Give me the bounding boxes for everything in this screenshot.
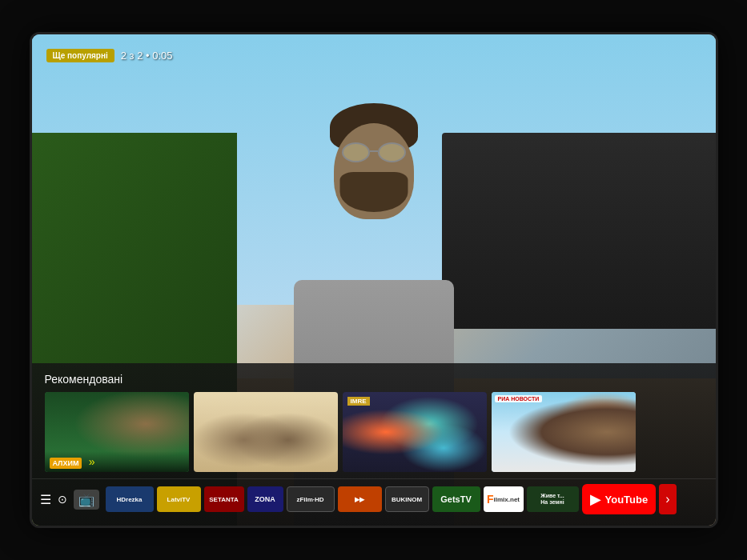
thumbnail-imre[interactable]: IMRE [343, 392, 487, 472]
thumbnail-news[interactable]: РИА НОВОСТИ [492, 392, 636, 472]
scroll-right-arrow[interactable]: › [659, 484, 676, 514]
youtube-label: YouTube [605, 494, 649, 506]
person-beard [339, 172, 408, 212]
tv-frame: Ще популярні 2 з 2 • 0:05 Рекомендовані … [30, 32, 718, 528]
recommended-section: Рекомендовані АЛХИМ » [32, 373, 716, 478]
person-glasses [338, 142, 410, 162]
thumbnail-news-bg: РИА НОВОСТИ [492, 392, 636, 472]
video-area: Ще популярні 2 з 2 • 0:05 Рекомендовані … [32, 34, 716, 526]
search-icon[interactable]: ⊙ [58, 493, 67, 506]
app-getstv[interactable]: GetsTV [432, 486, 480, 512]
app-hdrezka[interactable]: HDrezka [106, 486, 154, 512]
video-badge-label: Ще популярні [46, 49, 114, 62]
car-roof [442, 133, 716, 330]
menu-icon[interactable]: ☰ [40, 492, 51, 507]
thumbnail-imre-bg: IMRE [343, 392, 487, 472]
youtube-play-icon: ▶ [590, 490, 601, 508]
app-bar-left-controls: ☰ ⊙ 📺 [40, 490, 99, 510]
news-badge: РИА НОВОСТИ [495, 395, 543, 402]
thumbnail-alkhim-bg: АЛХИМ » [45, 392, 189, 472]
tv-live-icon[interactable]: 📺 [74, 490, 99, 510]
alkhim-quotes: » [89, 455, 95, 468]
app-setanta[interactable]: SETANTA [204, 486, 244, 512]
app-zfilmhd[interactable]: zFilm·HD [287, 486, 335, 512]
apps-row: HDrezka LatviTV SETANTA ZONA zFilm·HD ▶▶… [106, 484, 708, 514]
thumbnail-political-bg [194, 392, 338, 472]
video-badge: Ще популярні 2 з 2 • 0:05 [46, 49, 173, 62]
alkhim-badge: АЛХИМ [50, 458, 82, 469]
app-unknown1[interactable]: ▶▶ [338, 486, 382, 512]
filmixtv-logo: F ilmix.net [487, 493, 520, 506]
app-lattv[interactable]: LatviTV [157, 486, 201, 512]
glasses-right-lens [378, 142, 406, 162]
app-zhyve[interactable]: Живе т...На земні [527, 486, 579, 512]
app-filmixtv[interactable]: F ilmix.net [484, 486, 524, 512]
filmixtv-rest: ilmix.net [494, 496, 520, 503]
thumbnail-alkhim-label: АЛХИМ » [45, 451, 189, 472]
video-badge-info: 2 з 2 • 0:05 [121, 50, 173, 62]
app-bar: ☰ ⊙ 📺 HDrezka LatviTV SETANTA ZONA zFilm… [32, 478, 716, 519]
glasses-bridge [370, 150, 378, 152]
thumbnails-row: АЛХИМ » IMRE [45, 392, 703, 472]
glasses-left-lens [342, 142, 370, 162]
app-bukinom[interactable]: BUKINOM [385, 486, 429, 512]
app-youtube[interactable]: ▶ YouTube [582, 484, 657, 514]
recommended-title: Рекомендовані [45, 373, 703, 386]
imre-label: IMRE [347, 397, 370, 406]
app-zona[interactable]: ZONA [247, 486, 283, 512]
thumbnail-political[interactable] [194, 392, 338, 472]
thumbnail-alkhim[interactable]: АЛХИМ » [45, 392, 189, 472]
bottom-panel: Рекомендовані АЛХИМ » [32, 363, 716, 526]
tv-icon-symbol: 📺 [78, 492, 94, 507]
filmixtv-f: F [487, 493, 494, 506]
